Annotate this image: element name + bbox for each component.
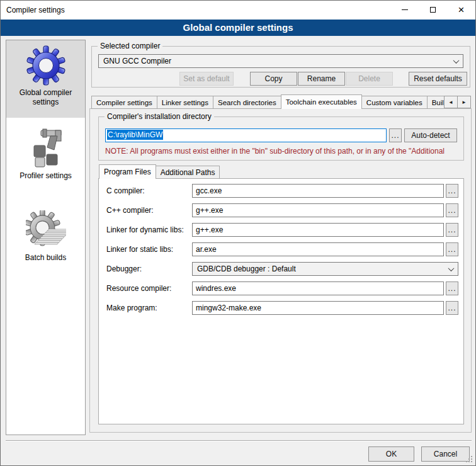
button-label: ... <box>448 304 456 312</box>
tab-label: Custom variables <box>366 99 422 106</box>
field-label: Linker for dynamic libs: <box>106 225 184 234</box>
group-label: Compiler's installation directory <box>105 112 214 121</box>
field-row-c-compiler: C compiler: ... <box>106 184 458 198</box>
button-label: Auto-detect <box>411 131 450 140</box>
make-program-input[interactable] <box>192 301 444 315</box>
button-label: Rename <box>307 74 336 83</box>
button-label: ... <box>448 186 456 195</box>
copy-button[interactable]: Copy <box>250 72 297 86</box>
browse-static-linker-button[interactable]: ... <box>446 242 458 256</box>
cpp-compiler-input[interactable] <box>192 203 444 217</box>
tab-compiler-settings[interactable]: Compiler settings <box>91 96 157 109</box>
selected-compiler-group: Selected compiler GNU GCC Compiler Set a… <box>91 46 470 88</box>
installation-directory-row: C:\raylib\MinGW ... Auto-detect <box>105 128 457 142</box>
note-text: NOTE: All programs must exist either in … <box>105 147 462 156</box>
auto-detect-button[interactable]: Auto-detect <box>404 128 457 142</box>
compiler-select[interactable]: GNU GCC Compiler <box>98 54 463 68</box>
field-label: C compiler: <box>106 186 145 195</box>
tab-toolchain-executables[interactable]: Toolchain executables <box>281 94 362 109</box>
minimize-icon <box>402 9 408 10</box>
minimize-button[interactable] <box>390 1 419 19</box>
reset-defaults-button[interactable]: Reset defaults <box>409 72 467 86</box>
c-compiler-input[interactable] <box>192 184 444 198</box>
browse-dynamic-linker-button[interactable]: ... <box>446 223 458 237</box>
tab-custom-variables[interactable]: Custom variables <box>361 96 428 109</box>
footer-separator <box>6 440 472 441</box>
field-label: Resource compiler: <box>106 284 171 293</box>
delete-button: Delete <box>346 72 393 86</box>
tab-label: Program Files <box>104 168 151 176</box>
button-label: ... <box>391 131 399 140</box>
browse-cpp-compiler-button[interactable]: ... <box>446 203 458 217</box>
sidebar-item-global-compiler-settings[interactable]: Global compiler settings <box>6 40 85 118</box>
field-row-make-program: Make program: ... <box>106 301 458 315</box>
resource-compiler-input[interactable] <box>192 281 444 295</box>
tab-label: Linker settings <box>162 99 208 106</box>
page-title: Global compiler settings <box>183 22 293 33</box>
close-button[interactable]: × <box>447 1 475 19</box>
toolchain-executables-page: Compiler's installation directory C:\ray… <box>89 108 472 433</box>
tab-build-options[interactable]: Build options <box>427 96 444 109</box>
sidebar-item-profiler-settings[interactable]: Profiler settings <box>6 123 85 194</box>
dynamic-linker-input[interactable] <box>192 223 444 237</box>
button-label: ... <box>448 284 456 293</box>
sidebar-item-label: Profiler settings <box>6 171 85 181</box>
close-icon: × <box>458 4 465 16</box>
caption-buttons: × <box>390 1 475 19</box>
button-label: ... <box>448 225 456 234</box>
browse-resource-compiler-button[interactable]: ... <box>446 281 458 295</box>
toolchain-fields: C compiler: ... C++ compiler: ... Linker… <box>106 184 458 321</box>
tab-scroll-right-button[interactable]: ► <box>457 96 471 108</box>
tab-label: Search directories <box>218 99 276 106</box>
tab-linker-settings[interactable]: Linker settings <box>157 96 213 109</box>
button-label: Copy <box>264 74 282 83</box>
button-label: ... <box>448 245 456 254</box>
installation-directory-input[interactable]: C:\raylib\MinGW <box>105 128 387 142</box>
browse-directory-button[interactable]: ... <box>389 128 402 142</box>
field-label: Linker for static libs: <box>106 245 173 254</box>
field-label: C++ compiler: <box>106 206 154 215</box>
tab-program-files[interactable]: Program Files <box>99 164 156 179</box>
tab-search-directories[interactable]: Search directories <box>213 96 281 109</box>
field-row-resource-compiler: Resource compiler: ... <box>106 281 458 295</box>
sidebar-item-label: Global compiler settings <box>6 88 85 107</box>
field-row-debugger: Debugger: GDB/CDB debugger : Default <box>106 262 458 276</box>
caliper-profiler-icon <box>26 128 66 169</box>
maximize-button[interactable] <box>419 1 447 19</box>
blue-gear-icon <box>26 45 66 86</box>
field-label: Debugger: <box>106 264 142 273</box>
arrow-left-icon: ◄ <box>448 99 453 105</box>
compiler-settings-dialog: Compiler settings × Global compiler sett… <box>0 0 476 466</box>
button-label: Cancel <box>434 450 457 458</box>
resize-grip[interactable] <box>466 461 467 462</box>
button-label: Set as default <box>183 74 229 83</box>
installation-directory-group: Compiler's installation directory C:\ray… <box>98 116 464 161</box>
ok-button[interactable]: OK <box>368 446 414 462</box>
static-linker-input[interactable] <box>192 242 444 256</box>
button-label: Delete <box>358 74 380 83</box>
program-files-page: C compiler: ... C++ compiler: ... Linker… <box>98 178 464 424</box>
browse-c-compiler-button[interactable]: ... <box>446 184 458 198</box>
settings-sidebar: Global compiler settings Profiler settin… <box>6 40 86 435</box>
group-label: Selected compiler <box>98 42 162 50</box>
tab-additional-paths[interactable]: Additional Paths <box>156 166 220 179</box>
gray-gear-stack-icon <box>26 210 66 251</box>
tab-label: Toolchain executables <box>286 98 357 106</box>
field-row-static-linker: Linker for static libs: ... <box>106 242 458 256</box>
window-title: Compiler settings <box>6 6 65 14</box>
tab-label: Additional Paths <box>161 168 215 177</box>
browse-make-program-button[interactable]: ... <box>446 301 458 315</box>
tab-scroll-left-button[interactable]: ◄ <box>444 96 458 108</box>
page-title-banner: Global compiler settings <box>1 20 475 36</box>
rename-button[interactable]: Rename <box>298 72 345 86</box>
debugger-select[interactable]: GDB/CDB debugger : Default <box>192 262 458 276</box>
field-label: Make program: <box>106 304 157 312</box>
title-bar: Compiler settings × <box>1 1 475 20</box>
button-label: Reset defaults <box>414 74 462 83</box>
settings-tab-strip: Compiler settings Linker settings Search… <box>91 94 444 109</box>
debugger-select-value: GDB/CDB debugger : Default <box>197 264 296 273</box>
tab-label: Compiler settings <box>96 99 152 106</box>
cancel-button[interactable]: Cancel <box>421 446 470 462</box>
chevron-down-icon <box>448 265 455 271</box>
sidebar-item-batch-builds[interactable]: Batch builds <box>6 205 85 276</box>
